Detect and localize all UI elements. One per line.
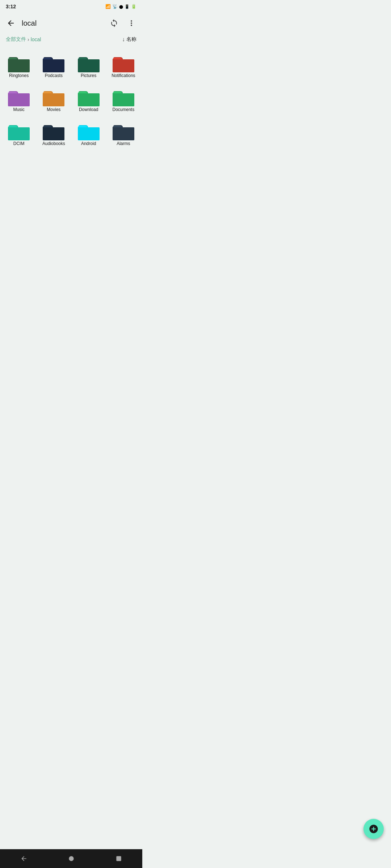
folder-item-android[interactable]: Android — [73, 118, 105, 149]
folder-item-download[interactable]: Download — [73, 84, 105, 115]
folder-label: Movies — [47, 107, 60, 112]
folder-icon — [77, 53, 100, 73]
folder-icon — [42, 53, 65, 73]
folder-item-movies[interactable]: Movies — [38, 84, 70, 115]
signal-icon: 📶 — [105, 4, 111, 9]
toolbar: local — [0, 13, 142, 33]
folder-icon — [112, 53, 135, 73]
folder-icon — [7, 121, 30, 141]
folder-item-audiobooks[interactable]: Audiobooks — [38, 118, 70, 149]
status-icons: 📶 📡 ⬤ 📱 🔋 — [105, 4, 136, 9]
folder-label: Audiobooks — [42, 141, 65, 146]
sort-button[interactable]: ↓ 名称 — [122, 36, 136, 43]
folder-label: Music — [13, 107, 24, 112]
more-button[interactable] — [125, 17, 138, 30]
folder-item-podcasts[interactable]: Podcasts — [38, 50, 70, 81]
folder-label: Download — [79, 107, 98, 112]
folder-label: Podcasts — [45, 73, 63, 78]
folder-label: Notifications — [112, 73, 135, 78]
folder-item-notifications[interactable]: Notifications — [108, 50, 139, 81]
folder-item-ringtones[interactable]: Ringtones — [3, 50, 35, 81]
folder-label: Android — [81, 141, 96, 146]
folder-icon — [77, 87, 100, 107]
breadcrumb-current: local — [31, 37, 41, 42]
wifi-icon: 📡 — [112, 4, 118, 9]
status-time: 3:12 — [6, 4, 16, 9]
folder-item-pictures[interactable]: Pictures — [73, 50, 105, 81]
folder-icon — [7, 87, 30, 107]
circle-icon: ⬤ — [119, 5, 123, 9]
folder-icon — [7, 53, 30, 73]
folder-item-music[interactable]: Music — [3, 84, 35, 115]
sort-label: 名称 — [126, 36, 136, 43]
sim-icon: 📱 — [125, 4, 130, 9]
folder-icon — [42, 121, 65, 141]
battery-icon: 🔋 — [131, 4, 136, 9]
folder-item-documents[interactable]: Documents — [108, 84, 139, 115]
folder-label: DCIM — [13, 141, 25, 146]
folder-label: Pictures — [81, 73, 96, 78]
sort-icon: ↓ — [122, 36, 125, 43]
folder-icon — [112, 121, 135, 141]
folder-label: Ringtones — [9, 73, 29, 78]
folder-item-alarms[interactable]: Alarms — [108, 118, 139, 149]
folder-icon — [112, 87, 135, 107]
folder-icon — [42, 87, 65, 107]
breadcrumb-root[interactable]: 全部文件 — [6, 36, 26, 43]
status-bar: 3:12 📶 📡 ⬤ 📱 🔋 — [0, 0, 142, 13]
folder-grid: RingtonesPodcastsPicturesNotificationsMu… — [0, 46, 142, 153]
folder-icon — [77, 121, 100, 141]
folder-label: Documents — [113, 107, 135, 112]
sync-button[interactable] — [108, 17, 121, 30]
breadcrumb-chevron: › — [28, 37, 29, 42]
folder-label: Alarms — [117, 141, 130, 146]
folder-item-dcim[interactable]: DCIM — [3, 118, 35, 149]
page-title: local — [22, 19, 103, 27]
breadcrumb: 全部文件 › local ↓ 名称 — [0, 33, 142, 46]
back-button[interactable] — [4, 17, 17, 30]
